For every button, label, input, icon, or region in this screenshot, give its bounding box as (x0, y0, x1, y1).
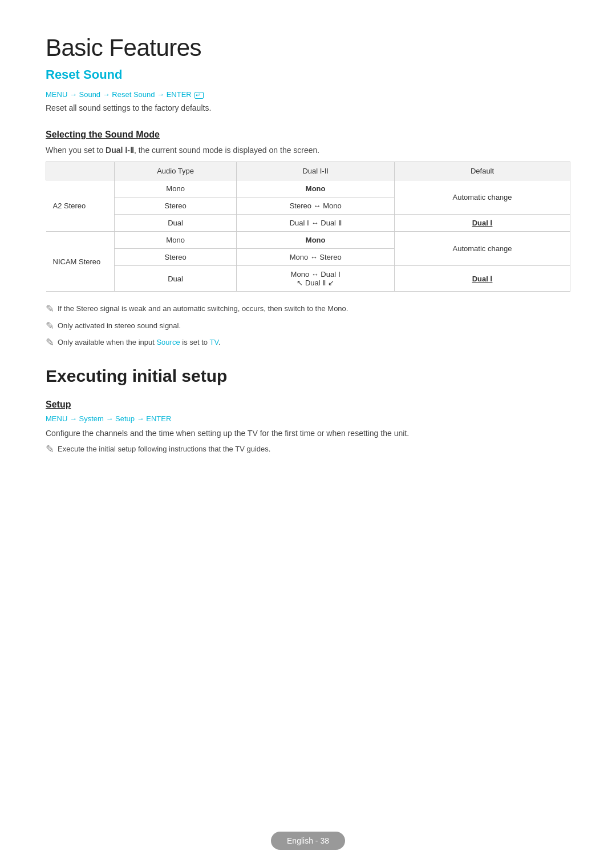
reset-sound-breadcrumb: MENU → Sound → Reset Sound → ENTER (46, 90, 570, 99)
page-title: Basic Features (46, 34, 570, 62)
executing-initial-setup-title: Executing initial setup (46, 366, 570, 386)
dual-mono-nicam: Mono (237, 232, 395, 249)
default-dual-a2: Dual Ⅰ (395, 215, 570, 232)
note-pencil-icon-setup: ✎ (46, 443, 54, 456)
dual-bold: Dual Ⅰ-Ⅱ (106, 146, 134, 155)
note-text-2: Only activated in stereo sound signal. (58, 320, 181, 332)
setup-description: Configure the channels and the time when… (46, 429, 570, 438)
table-header-empty (46, 162, 115, 180)
table-row: Dual Mono ↔ Dual Ⅰ↖ Dual Ⅱ ↙ Dual Ⅰ (46, 266, 570, 292)
table-row: NICAM Stereo Mono Mono Automatic change (46, 232, 570, 249)
default-auto-a2: Automatic change (395, 180, 570, 215)
note-pencil-icon-1: ✎ (46, 303, 54, 316)
audio-type-dual-nicam: Dual (115, 266, 237, 292)
note-pencil-icon-3: ✎ (46, 337, 54, 349)
default-dual-nicam: Dual Ⅰ (395, 266, 570, 292)
enter-icon (194, 92, 204, 99)
selecting-sound-mode-section: Selecting the Sound Mode When you set to… (46, 130, 570, 349)
selecting-sound-mode-title: Selecting the Sound Mode (46, 130, 570, 140)
executing-initial-setup-section: Executing initial setup Setup MENU → Sys… (46, 366, 570, 456)
dual-stereo-a2: Stereo ↔ Mono (237, 197, 395, 215)
audio-type-mono-nicam: Mono (115, 232, 237, 249)
audio-type-mono-a2: Mono (115, 180, 237, 197)
a2-stereo-label: A2 Stereo (46, 180, 115, 232)
table-header-audio-type: Audio Type (115, 162, 237, 180)
audio-type-stereo-a2: Stereo (115, 197, 237, 215)
nicam-stereo-label: NICAM Stereo (46, 232, 115, 292)
page-container: Basic Features Reset Sound MENU → Sound … (0, 0, 616, 506)
sound-mode-table: Audio Type Dual I-II Default A2 Stereo M… (46, 162, 570, 292)
page-footer: English - 38 (0, 832, 616, 850)
table-header-default: Default (395, 162, 570, 180)
dual-stereo-nicam: Mono ↔ Stereo (237, 249, 395, 266)
setup-subsection: Setup MENU → System → Setup → ENTER Conf… (46, 400, 570, 456)
selecting-sound-mode-desc: When you set to Dual Ⅰ-Ⅱ, the current so… (46, 146, 570, 155)
table-row: A2 Stereo Mono Mono Automatic change (46, 180, 570, 197)
setup-note: ✎ Execute the initial setup following in… (46, 443, 570, 456)
reset-sound-description: Reset all sound settings to the factory … (46, 103, 570, 112)
setup-note-text: Execute the initial setup following inst… (58, 443, 270, 455)
footer-badge: English - 38 (271, 832, 345, 850)
note-1: ✎ If the Stereo signal is weak and an au… (46, 303, 570, 316)
tv-link: TV (209, 338, 218, 346)
dual-dual-nicam: Mono ↔ Dual Ⅰ↖ Dual Ⅱ ↙ (237, 266, 395, 292)
setup-title: Setup (46, 400, 570, 410)
note-3: ✎ Only available when the input Source i… (46, 337, 570, 349)
setup-breadcrumb: MENU → System → Setup → ENTER (46, 414, 570, 423)
audio-type-dual-a2: Dual (115, 215, 237, 232)
note-text-3: Only available when the input Source is … (58, 337, 221, 348)
default-auto-nicam: Automatic change (395, 232, 570, 266)
audio-type-stereo-nicam: Stereo (115, 249, 237, 266)
reset-sound-title: Reset Sound (46, 67, 570, 82)
reset-sound-section: Reset Sound MENU → Sound → Reset Sound →… (46, 67, 570, 112)
note-2: ✎ Only activated in stereo sound signal. (46, 320, 570, 333)
source-link: Source (156, 338, 180, 346)
dual-mono-a2: Mono (237, 180, 395, 197)
note-text-1: If the Stereo signal is weak and an auto… (58, 303, 348, 314)
dual-dual-a2: Dual Ⅰ ↔ Dual Ⅱ (237, 215, 395, 232)
table-row: Dual Dual Ⅰ ↔ Dual Ⅱ Dual Ⅰ (46, 215, 570, 232)
note-pencil-icon-2: ✎ (46, 320, 54, 333)
table-header-dual: Dual I-II (237, 162, 395, 180)
